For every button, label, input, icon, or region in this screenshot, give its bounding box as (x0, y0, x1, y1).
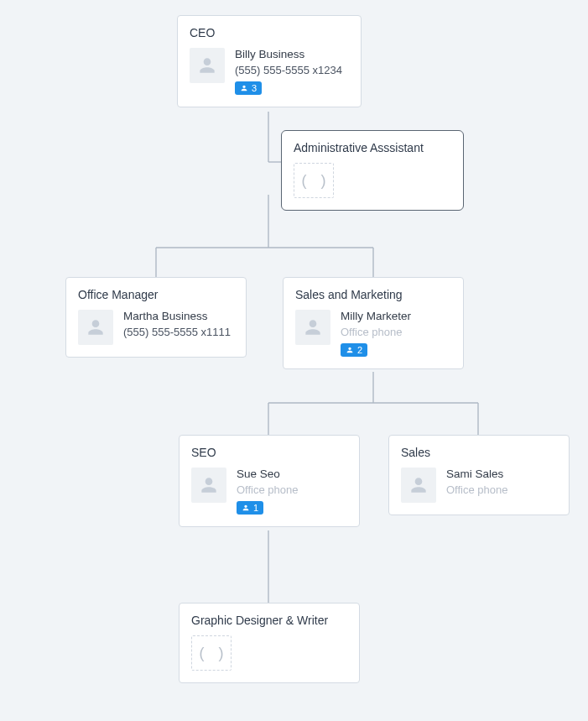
node-phone: Office phone (446, 483, 507, 496)
reports-count: 3 (252, 83, 257, 93)
reports-count: 1 (253, 503, 258, 513)
node-name: Billy Business (235, 48, 342, 60)
avatar-icon (401, 468, 436, 503)
node-name: Martha Business (123, 310, 231, 322)
node-name: Sami Sales (446, 468, 507, 480)
node-title: Office Manager (78, 288, 234, 301)
node-phone: Office phone (341, 326, 411, 338)
node-title: Sales and Marketing (295, 288, 451, 301)
reports-count: 2 (357, 345, 362, 355)
node-title: SEO (191, 446, 347, 459)
reports-badge[interactable]: 2 (341, 343, 367, 357)
reports-badge[interactable]: 1 (237, 501, 263, 515)
reports-badge[interactable]: 3 (235, 81, 262, 95)
org-node-sales[interactable]: Sales Sami Sales Office phone (388, 435, 570, 515)
node-name: Milly Marketer (341, 310, 411, 322)
node-title: Administrative Asssistant (294, 141, 451, 154)
org-node-designer-writer[interactable]: Graphic Designer & Writer ( ) (179, 603, 360, 683)
node-title: Graphic Designer & Writer (191, 614, 347, 627)
org-node-ceo[interactable]: CEO Billy Business (555) 555-5555 x1234 … (177, 15, 362, 107)
node-phone: Office phone (237, 483, 298, 496)
node-phone: (555) 555-5555 x1111 (123, 326, 231, 338)
node-title: Sales (401, 446, 557, 459)
org-node-office-manager[interactable]: Office Manager Martha Business (555) 555… (65, 277, 247, 358)
org-node-admin-assistant[interactable]: Administrative Asssistant ( ) (281, 130, 464, 211)
avatar-icon (191, 468, 226, 503)
node-name: Sue Seo (237, 468, 298, 480)
org-node-sales-marketing[interactable]: Sales and Marketing Milly Marketer Offic… (283, 277, 464, 369)
avatar-placeholder: ( ) (294, 163, 334, 198)
avatar-icon (78, 310, 113, 345)
node-phone: (555) 555-5555 x1234 (235, 64, 342, 76)
avatar-icon (295, 310, 330, 345)
org-node-seo[interactable]: SEO Sue Seo Office phone 1 (179, 435, 360, 527)
avatar-icon (190, 48, 225, 83)
node-title: CEO (190, 26, 349, 39)
avatar-placeholder: ( ) (191, 635, 232, 671)
